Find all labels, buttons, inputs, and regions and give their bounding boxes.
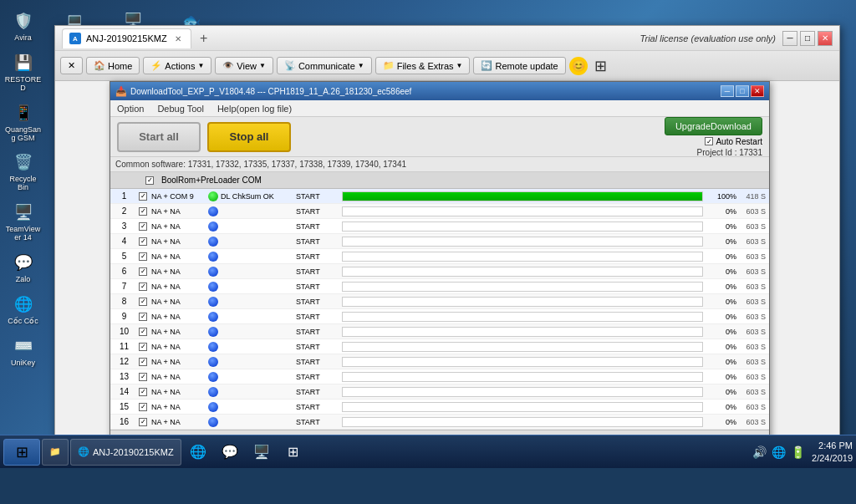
files-label: Files & Extras: [397, 61, 454, 71]
row-checkbox[interactable]: [139, 252, 147, 261]
row-check[interactable]: [135, 343, 151, 351]
desktop-icon-restored[interactable]: 💾 RESTORED: [3, 48, 44, 95]
toolbar-view-btn[interactable]: 👁️ View ▼: [215, 57, 273, 74]
row-check[interactable]: [135, 358, 151, 366]
desktop-icon-recycle-bin[interactable]: 🗑️ Recycle Bin: [3, 148, 44, 195]
zalo-label: Zalo: [16, 276, 31, 284]
browser-tab[interactable]: A ANJ-20190215KMZ ✕: [62, 28, 191, 48]
close-btn[interactable]: ✕: [818, 31, 833, 46]
row-checkbox[interactable]: [139, 343, 147, 351]
remote-icon: 🔄: [481, 60, 492, 71]
row-checkbox[interactable]: [139, 403, 147, 411]
row-checkbox[interactable]: [139, 267, 147, 276]
progress-bg: [342, 267, 703, 277]
row-check[interactable]: [135, 388, 151, 396]
taskbar-icon2-icon: 💬: [222, 444, 238, 460]
trial-notice: Trial license (evaluation use only): [640, 33, 776, 43]
desktop-icon-teamviewer14[interactable]: 🖥️ TeamViewer 14: [3, 198, 44, 245]
row-check[interactable]: [135, 283, 151, 291]
row-check[interactable]: [135, 373, 151, 381]
row-time: 603 S: [736, 283, 766, 291]
row-time: 603 S: [736, 418, 766, 426]
progress-bg: [342, 372, 703, 382]
row-check[interactable]: [135, 237, 151, 246]
row-checkbox[interactable]: [139, 207, 147, 216]
taskbar-item-browser[interactable]: 🌐 ANJ-20190215KMZ: [70, 439, 181, 466]
desktop-icon-unikey[interactable]: ⌨️ UniKey: [3, 332, 44, 370]
dt-maximize-btn[interactable]: □: [736, 85, 749, 97]
row-status: START: [296, 403, 342, 411]
row-time: 603 S: [736, 313, 766, 321]
toolbar-communicate-btn[interactable]: 📡 Communicate ▼: [277, 57, 372, 74]
desktop-icon-avira[interactable]: 🛡️ Avira: [3, 7, 44, 45]
row-pct: 0%: [703, 252, 736, 261]
dt-table-row: 13 NA + NA START 0% 603 S: [110, 369, 769, 384]
header-checkbox[interactable]: [145, 176, 154, 185]
dt-close-btn[interactable]: ✕: [751, 85, 764, 97]
dt-menu-debug[interactable]: Debug Tool: [154, 103, 206, 115]
auto-restart-checkbox[interactable]: [705, 137, 713, 145]
taskbar-chrome-btn[interactable]: 🌐: [183, 439, 213, 466]
communicate-label: Communicate: [298, 61, 355, 71]
dt-menu-help[interactable]: Help(open log file): [214, 103, 295, 115]
row-check[interactable]: [135, 252, 151, 261]
row-check[interactable]: [135, 222, 151, 231]
taskbar-grid-btn[interactable]: ⊞: [278, 439, 308, 466]
tab-close-btn[interactable]: ✕: [172, 33, 184, 44]
row-num: 14: [114, 387, 135, 396]
row-status-dot: [208, 267, 218, 277]
row-checkbox[interactable]: [139, 418, 147, 426]
row-checkbox[interactable]: [139, 313, 147, 321]
row-check[interactable]: [135, 313, 151, 321]
row-status-dot: [208, 221, 218, 232]
browser-taskbar-icon: 🌐: [78, 446, 89, 457]
row-checkbox[interactable]: [139, 237, 147, 246]
row-checkbox[interactable]: [139, 222, 147, 231]
row-checkbox[interactable]: [139, 373, 147, 381]
upgrade-download-btn[interactable]: UpgradeDownload: [665, 117, 762, 135]
desktop-icon-zalo[interactable]: 💬 Zalo: [3, 248, 44, 287]
taskbar-teamviewer-btn[interactable]: 🖥️: [247, 439, 277, 466]
row-check[interactable]: [135, 267, 151, 276]
row-check[interactable]: [135, 192, 151, 201]
new-tab-btn[interactable]: +: [195, 29, 213, 48]
browser-window-controls: ─ □ ✕: [782, 31, 833, 46]
stop-all-btn[interactable]: Stop all: [207, 122, 291, 152]
desktop-icon-quangsang-gsm[interactable]: 📱 QuangSang GSM: [3, 99, 44, 145]
system-clock[interactable]: 2:46 PM 2/24/2019: [812, 440, 853, 464]
dt-auto-restart: Auto Restart: [705, 137, 762, 146]
systray-battery-icon[interactable]: 🔋: [791, 445, 805, 459]
row-check[interactable]: [135, 298, 151, 306]
toolbar-x-btn[interactable]: ✕: [60, 57, 83, 74]
row-checkbox[interactable]: [139, 358, 147, 366]
row-checkbox[interactable]: [139, 328, 147, 336]
expand-icon[interactable]: ⊞: [594, 57, 607, 75]
row-check[interactable]: [135, 403, 151, 411]
systray-sound-icon[interactable]: 🔊: [752, 445, 767, 459]
start-button[interactable]: ⊞: [3, 439, 40, 466]
files-dropdown-icon: ▼: [456, 62, 463, 69]
row-checkbox[interactable]: [139, 192, 147, 201]
maximize-btn[interactable]: □: [800, 31, 815, 46]
desktop-icon-coccoc-left[interactable]: 🌐 Cốc Cốc: [3, 290, 44, 328]
toolbar-actions-btn[interactable]: ⚡ Actions ▼: [143, 57, 211, 74]
row-checkbox[interactable]: [139, 283, 147, 291]
toolbar-remote-btn[interactable]: 🔄 Remote update: [473, 57, 565, 74]
minimize-btn[interactable]: ─: [782, 31, 797, 46]
row-check[interactable]: [135, 328, 151, 336]
toolbar-home-btn[interactable]: 🏠 Home: [86, 57, 140, 74]
row-check[interactable]: [135, 418, 151, 426]
taskbar-item-file-explorer[interactable]: 📁: [42, 439, 69, 466]
start-all-btn[interactable]: Start all: [117, 122, 201, 152]
dt-table-row: 6 NA + NA START 0% 603 S: [110, 264, 769, 279]
toolbar-files-btn[interactable]: 📁 Files & Extras ▼: [375, 57, 471, 74]
systray-network-icon[interactable]: 🌐: [772, 445, 786, 459]
row-checkbox[interactable]: [139, 388, 147, 396]
taskbar-icon2[interactable]: 💬: [215, 439, 245, 466]
row-checkbox[interactable]: [139, 298, 147, 306]
dt-menu-option[interactable]: Option: [114, 103, 147, 115]
row-pct: 0%: [703, 237, 736, 246]
dt-minimize-btn[interactable]: ─: [721, 85, 734, 97]
row-progress-bar: [342, 236, 703, 247]
row-check[interactable]: [135, 207, 151, 216]
